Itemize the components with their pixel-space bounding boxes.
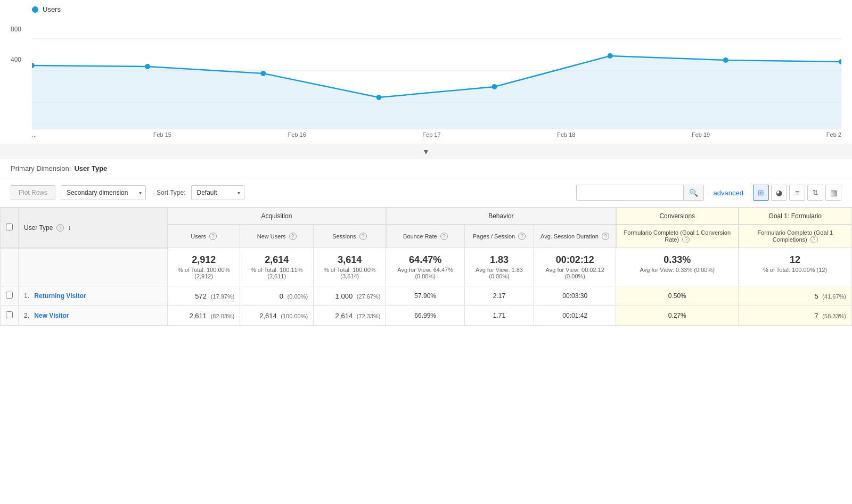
row1-pages-value: 2.17 <box>493 292 505 300</box>
row2-users-pct: (82.03%) <box>211 313 235 319</box>
view-compare-button[interactable]: ≡ <box>789 185 805 201</box>
users-help-icon[interactable]: ? <box>209 233 217 240</box>
row2-sessions-cell: 2,614 (72.33%) <box>314 306 386 326</box>
row2-users-value: 2,611 <box>190 312 207 320</box>
totals-users-value: 2,912 <box>173 254 234 266</box>
row2-num: 2. <box>24 312 29 319</box>
x-label-feb16: Feb 16 <box>288 131 306 138</box>
x-label-feb18: Feb 18 <box>557 131 575 138</box>
returning-visitor-link[interactable]: Returning Visitor <box>34 292 86 300</box>
formulario-completions-help-icon[interactable]: ? <box>810 236 818 243</box>
acquisition-header: Acquisition <box>168 208 386 225</box>
primary-dimension-bar: Primary Dimension: User Type <box>0 159 852 178</box>
table-container: User Type ? ↓ Acquisition Behavior Conve… <box>0 208 852 326</box>
row2-pages-session-cell: 1.71 <box>464 306 534 326</box>
user-type-help-icon[interactable]: ? <box>56 224 64 232</box>
view-table-button[interactable]: ⊞ <box>753 185 769 201</box>
pages-session-help-icon[interactable]: ? <box>518 233 526 240</box>
totals-bounce-rate-cell: 64.47% Avg for View: 64.47% (0.00%) <box>386 248 464 286</box>
totals-bounce-rate-sub: Avg for View: 64.47% (0.00%) <box>391 267 458 279</box>
view-pivot-button[interactable]: ⇅ <box>807 185 823 201</box>
formulario-rate-col-header: Formulario Completo (Goal 1 Conversion R… <box>616 225 739 248</box>
x-label-ellipsis: ... <box>32 131 37 138</box>
row2-formulario-completions-cell: 7 (58.33%) <box>739 306 852 326</box>
sessions-col-header: Sessions ? <box>314 225 386 248</box>
row2-label-cell: 2. New Visitor <box>19 306 168 326</box>
totals-bounce-rate-value: 64.47% <box>391 254 458 266</box>
primary-dimension-label: Primary Dimension: <box>11 164 71 172</box>
conversions-header: Conversions <box>616 208 739 225</box>
bounce-rate-help-icon[interactable]: ? <box>440 233 448 240</box>
totals-sessions-cell: 3,614 % of Total: 100.00% (3,614) <box>314 248 386 286</box>
x-label-feb15: Feb 15 <box>153 131 171 138</box>
totals-avg-sub: Avg for View: 00:02:12 (0.00%) <box>539 267 610 279</box>
select-all-checkbox[interactable] <box>6 224 13 230</box>
chart-collapse[interactable]: ▼ <box>0 144 852 159</box>
totals-form-rate-sub: Avg for View: 0.33% (0.00%) <box>621 267 733 273</box>
row1-sessions-cell: 1,000 (27.67%) <box>314 286 386 306</box>
new-users-col-header: New Users ? <box>240 225 314 248</box>
x-label-feb2: Feb 2 <box>826 131 841 138</box>
totals-new-users-sub: % of Total: 100.11% (2,611) <box>245 267 308 279</box>
row1-users-pct: (17.97%) <box>211 293 235 300</box>
row2-checkbox[interactable] <box>6 311 13 318</box>
svg-point-11 <box>723 57 728 63</box>
sort-type-wrapper: Default ▾ <box>191 185 244 200</box>
totals-sessions-value: 3,614 <box>319 254 380 266</box>
row1-new-users-cell: 0 (0.00%) <box>240 286 314 306</box>
search-wrapper: 🔍 <box>576 185 704 201</box>
row1-avg-value: 00:03:30 <box>562 292 587 300</box>
new-visitor-link[interactable]: New Visitor <box>34 312 69 319</box>
row1-bounce-rate-cell: 57.90% <box>386 286 464 306</box>
row1-formulario-completions-cell: 5 (41.67%) <box>739 286 852 306</box>
row1-bounce-rate-value: 57.90% <box>414 292 436 300</box>
formulario-rate-help-icon[interactable]: ? <box>682 236 690 243</box>
row1-checkbox[interactable] <box>6 292 13 299</box>
row2-new-users-value: 2,614 <box>259 312 277 320</box>
search-input[interactable] <box>577 186 683 200</box>
totals-pages-sub: Avg for View: 1.83 (0.00%) <box>470 267 528 279</box>
row2-sessions-value: 2,614 <box>335 312 353 320</box>
users-col-header: Users ? <box>168 225 240 248</box>
row1-formulario-rate-cell: 0.50% <box>616 286 739 306</box>
bounce-rate-col-header: Bounce Rate ? <box>386 225 464 248</box>
totals-row: 2,912 % of Total: 100.00% (2,912) 2,614 … <box>1 248 852 286</box>
row1-checkbox-cell <box>1 286 19 306</box>
avg-session-col-header: Avg. Session Duration ? <box>534 225 616 248</box>
row1-new-users-value: 0 <box>280 292 283 300</box>
checkbox-header <box>1 208 19 248</box>
svg-point-9 <box>492 84 497 89</box>
chevron-down-icon[interactable]: ▼ <box>422 147 430 156</box>
avg-session-help-icon[interactable]: ? <box>602 233 609 240</box>
plot-rows-button[interactable]: Plot Rows <box>11 185 55 200</box>
totals-new-users-cell: 2,614 % of Total: 100.11% (2,611) <box>240 248 314 286</box>
legend-dot <box>32 6 38 13</box>
totals-avg-session-cell: 00:02:12 Avg for View: 00:02:12 (0.00%) <box>534 248 616 286</box>
new-users-help-icon[interactable]: ? <box>289 233 297 240</box>
x-label-feb19: Feb 19 <box>692 131 710 138</box>
secondary-dimension-select[interactable]: Secondary dimension <box>61 185 146 200</box>
sort-type-label: Sort Type: <box>157 189 185 196</box>
advanced-link[interactable]: advanced <box>714 189 743 197</box>
sort-type-select[interactable]: Default <box>191 185 244 200</box>
row1-pages-session-cell: 2.17 <box>464 286 534 306</box>
user-type-header: User Type ? ↓ <box>19 208 168 248</box>
chart-container: Users 800 400 ... Feb 15 Feb 16 Feb 17 F… <box>0 0 852 144</box>
row2-form-comp-value: 7 <box>815 312 818 320</box>
view-icons: ⊞ ◕ ≡ ⇅ ▦ <box>753 185 841 201</box>
search-button[interactable]: 🔍 <box>683 185 703 200</box>
row1-sessions-value: 1,000 <box>335 292 353 300</box>
row1-new-users-pct: (0.00%) <box>288 293 308 300</box>
sessions-help-icon[interactable]: ? <box>359 233 367 240</box>
row1-label-cell: 1. Returning Visitor <box>19 286 168 306</box>
totals-formulario-completions-cell: 12 % of Total: 100.00% (12) <box>739 248 852 286</box>
y-label-400: 400 <box>11 56 21 63</box>
row1-form-comp-value: 5 <box>815 292 818 300</box>
row1-avg-session-cell: 00:03:30 <box>534 286 616 306</box>
view-bar-button[interactable]: ▦ <box>825 185 841 201</box>
behavior-header: Behavior <box>386 208 616 225</box>
sort-arrow-icon[interactable]: ↓ <box>68 224 71 232</box>
view-pie-button[interactable]: ◕ <box>771 185 787 201</box>
row1-form-comp-pct: (41.67%) <box>822 293 846 300</box>
totals-new-users-value: 2,614 <box>245 254 308 266</box>
